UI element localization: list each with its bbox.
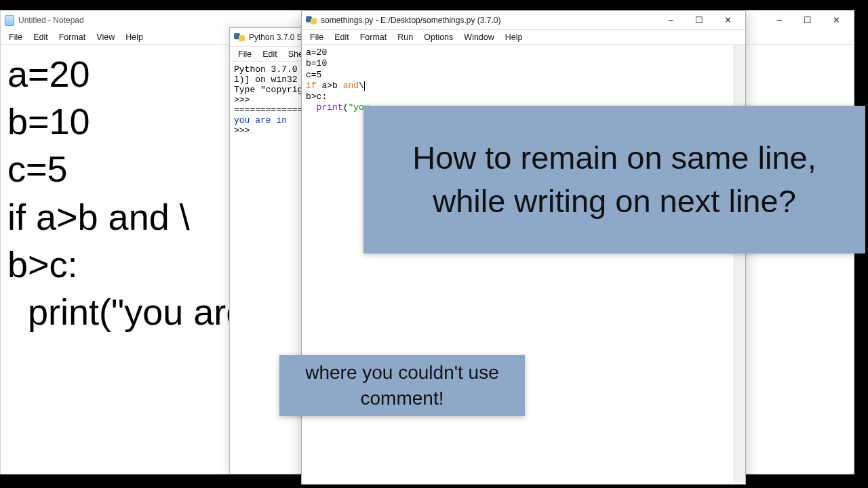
code-expr: a>b: [317, 81, 343, 91]
keyword-and: and: [343, 81, 359, 91]
python-icon: [234, 32, 245, 43]
code-line: c=5: [306, 70, 321, 80]
editor-title: somethings.py - E:/Desktop/somethings.py…: [321, 16, 500, 25]
window-controls: – ☐ ✕: [657, 12, 741, 28]
menu-format[interactable]: Format: [355, 31, 393, 43]
menu-file[interactable]: File: [3, 31, 28, 43]
editor-titlebar[interactable]: somethings.py - E:/Desktop/somethings.py…: [302, 11, 745, 30]
close-button[interactable]: ✕: [714, 12, 741, 28]
menu-run[interactable]: Run: [392, 31, 418, 43]
minimize-button[interactable]: –: [766, 12, 793, 28]
keyword-if: if: [306, 81, 317, 91]
editor-menubar: File Edit Format Run Options Window Help: [302, 30, 745, 45]
notepad-title: Untitled - Notepad: [18, 16, 84, 25]
annotation-main: How to remain on same line, while writin…: [363, 106, 865, 253]
annotation-sub: where you couldn't use comment!: [279, 355, 525, 416]
notepad-icon: [5, 15, 14, 26]
shell-output-line: you are in: [234, 115, 287, 125]
line-continuation: \: [359, 81, 364, 91]
text-caret-icon: [364, 81, 365, 91]
annotation-text: where you couldn't use comment!: [292, 360, 513, 411]
minimize-button[interactable]: –: [657, 12, 684, 28]
menu-help[interactable]: Help: [120, 31, 149, 43]
maximize-button[interactable]: ☐: [686, 12, 713, 28]
menu-window[interactable]: Window: [458, 31, 499, 43]
python-icon: [306, 15, 317, 26]
maximize-button[interactable]: ☐: [794, 12, 821, 28]
menu-edit[interactable]: Edit: [28, 31, 54, 43]
shell-prompt: >>>: [234, 95, 255, 105]
menu-format[interactable]: Format: [54, 31, 92, 43]
builtin-print: print: [317, 102, 343, 113]
code-line: b>c:: [306, 92, 327, 102]
menu-options[interactable]: Options: [418, 31, 458, 43]
shell-prompt: >>>: [234, 125, 255, 136]
menu-help[interactable]: Help: [500, 31, 528, 43]
shell-title: Python 3.7.0 Sh: [249, 33, 307, 42]
menu-file[interactable]: File: [233, 48, 257, 60]
menu-file[interactable]: File: [304, 31, 329, 43]
code-line: a=20: [306, 47, 327, 58]
shell-line: l)] on win32: [234, 75, 298, 85]
menu-edit[interactable]: Edit: [329, 31, 355, 43]
indent: [306, 102, 317, 113]
annotation-text: How to remain on same line, while writin…: [380, 136, 849, 223]
close-button[interactable]: ✕: [823, 12, 850, 28]
code-line: b=10: [306, 58, 327, 68]
menu-edit[interactable]: Edit: [257, 48, 283, 60]
shell-line: Python 3.7.0: [234, 64, 302, 75]
shell-separator: =============: [234, 105, 302, 115]
shell-line: Type "copyrig: [234, 85, 302, 95]
menu-view[interactable]: View: [91, 31, 120, 43]
window-controls: – ☐ ✕: [766, 12, 850, 28]
